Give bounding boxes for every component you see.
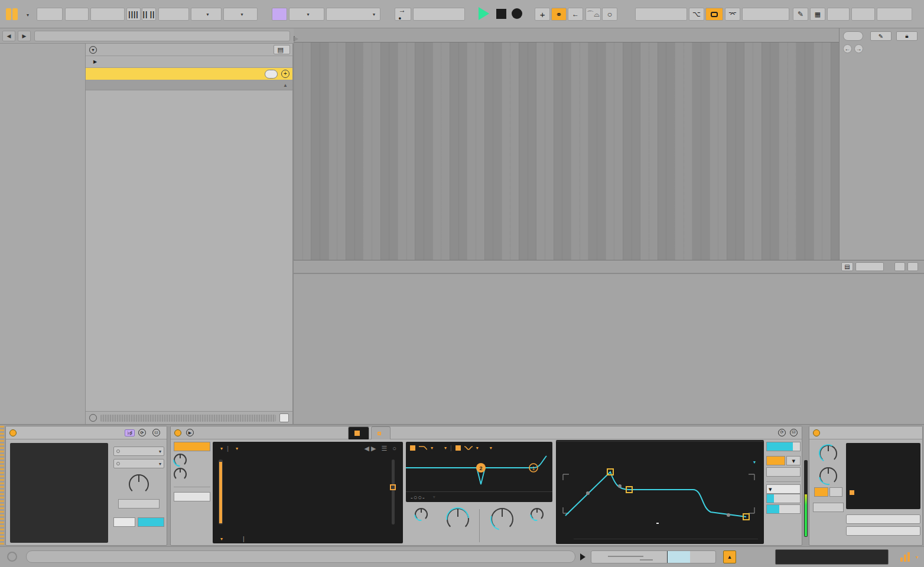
scale-on-toggle[interactable] <box>9 429 17 436</box>
info-icon[interactable] <box>7 552 17 562</box>
wt-position-slider[interactable] <box>392 460 395 524</box>
glide-field[interactable] <box>766 467 801 477</box>
predelay-sync-button[interactable] <box>829 487 842 497</box>
scale-transpose-knob[interactable] <box>129 474 149 494</box>
tab-osc1[interactable] <box>348 426 369 439</box>
ableton-logo-icon[interactable] <box>6 8 20 20</box>
loop-start-field[interactable] <box>635 8 687 21</box>
back-to-arrangement-button[interactable]: ← <box>568 8 583 21</box>
audio-engine-icon[interactable]: ▤ <box>841 262 853 271</box>
chain-play-icon[interactable] <box>580 553 585 561</box>
feedback-field[interactable] <box>813 503 844 512</box>
nudge-down-button[interactable]: |||| <box>126 8 141 21</box>
tap-tempo-button[interactable] <box>65 8 89 21</box>
amp-envelope-display[interactable] <box>558 457 759 520</box>
wt-volume-field[interactable] <box>766 442 801 451</box>
osc-view-icons[interactable]: ◀▶ ☰ ○ <box>364 445 398 452</box>
draw-mode-button[interactable]: ✎ <box>793 8 808 21</box>
name-column-header[interactable]: ▲ <box>86 80 292 90</box>
save-preset-icon[interactable]: ⛁ <box>152 429 160 436</box>
draw-tool-button[interactable]: ✎ <box>870 31 892 41</box>
filter2-res-knob[interactable] <box>531 508 544 521</box>
browser-forward-button[interactable]: ▶ <box>18 31 31 41</box>
arrangement-position-field[interactable] <box>413 8 465 21</box>
filters-collapse-icon[interactable]: ▼ <box>89 46 97 54</box>
sub-gain-knob[interactable] <box>174 454 187 467</box>
arrangement-view[interactable]: ✎ 🔒︎ ← → ▤ <box>294 28 924 273</box>
stop-button[interactable] <box>496 9 506 19</box>
session-record-button[interactable]: ⌒⌓ <box>585 8 601 21</box>
root-note-menu[interactable]: ▾ <box>289 8 324 21</box>
predelay-ms-button[interactable] <box>814 487 828 497</box>
unison-mode-menu[interactable]: ▾ <box>766 484 801 494</box>
lowpass-icon[interactable] <box>418 445 428 451</box>
follow-button[interactable]: → • <box>395 8 411 21</box>
genres-section[interactable]: ▶ <box>86 56 292 68</box>
send-knob[interactable] <box>819 445 837 462</box>
wavetable-on-toggle[interactable] <box>174 429 181 436</box>
loop-button[interactable] <box>705 8 723 21</box>
key-map-button[interactable] <box>827 8 850 21</box>
record-button[interactable] <box>512 8 522 19</box>
hot-swap-icon[interactable]: ⟳ <box>138 429 146 436</box>
lowest-field[interactable] <box>113 517 135 527</box>
output-level-icon[interactable]: ▾ <box>900 552 916 562</box>
range-field[interactable] <box>138 517 164 527</box>
quantize-menu[interactable]: ▾ <box>223 8 258 21</box>
metronome-button[interactable]: ▾ <box>191 8 222 21</box>
filter1-freq-knob[interactable] <box>447 508 469 530</box>
osc-gain-slider[interactable] <box>219 460 223 524</box>
ir-file-menu[interactable] <box>846 526 920 536</box>
next-track-button[interactable]: → <box>854 44 863 53</box>
clear-filters-button[interactable] <box>265 70 278 79</box>
scale-root-menu[interactable]: ▾ <box>113 447 164 456</box>
filter2-freq-knob[interactable] <box>491 508 513 530</box>
overdub-button[interactable]: + <box>535 8 550 21</box>
notch-icon[interactable] <box>464 445 473 451</box>
predelay-knob[interactable] <box>819 467 837 485</box>
device-chain-thumbnails[interactable] <box>775 549 889 565</box>
nudge-up-button[interactable]: || || <box>142 8 156 21</box>
lock-envelopes-button[interactable]: 🔒︎ <box>896 31 918 41</box>
midi-map-button[interactable] <box>851 8 875 21</box>
search-input[interactable] <box>34 31 290 41</box>
ir-category-menu[interactable] <box>846 514 920 524</box>
unison-voices-field[interactable] <box>766 494 801 503</box>
poly-button[interactable] <box>766 456 785 465</box>
clip-area[interactable] <box>294 43 839 260</box>
preview-waveform[interactable] <box>100 415 276 422</box>
add-filter-button[interactable]: + <box>281 70 289 78</box>
fold-button[interactable] <box>118 499 160 509</box>
zoom-level-field[interactable] <box>855 262 884 271</box>
wt-transpose-field[interactable] <box>174 492 210 501</box>
sub-osc-button[interactable] <box>174 442 210 451</box>
wt-global-icons[interactable]: ⟳⛁ <box>767 428 801 436</box>
browser-back-button[interactable]: ◀ <box>2 31 15 41</box>
loop-length-field[interactable] <box>742 8 789 21</box>
width-zoom-button[interactable] <box>907 262 918 271</box>
logo-caret-icon[interactable]: ▾ <box>27 12 29 18</box>
filter-response-curve[interactable]: 2 1 <box>406 454 552 490</box>
time-signature-field[interactable] <box>158 8 189 21</box>
punch-in-button[interactable]: ⌥ <box>689 8 704 21</box>
key-badge-button[interactable] <box>272 8 287 21</box>
link-button[interactable] <box>37 8 63 21</box>
play-button[interactable] <box>479 7 489 20</box>
env-time-tab[interactable] <box>656 516 659 524</box>
loop-brace[interactable] <box>294 36 295 41</box>
height-zoom-button[interactable] <box>894 262 905 271</box>
computer-midi-keyboard-button[interactable]: ▦ <box>810 8 825 21</box>
filter1-res-knob[interactable] <box>415 508 428 521</box>
capture-midi-button[interactable]: ○ <box>602 8 617 21</box>
tempo-field[interactable] <box>90 8 125 21</box>
unison-amount-field[interactable] <box>766 504 801 514</box>
sub-tone-knob[interactable] <box>174 468 187 481</box>
reverb-on-toggle[interactable] <box>813 429 820 436</box>
set-button[interactable] <box>843 31 863 41</box>
scale-grid[interactable] <box>10 443 108 543</box>
raw-button[interactable] <box>279 413 289 422</box>
chain-overview-slider[interactable] <box>591 550 716 563</box>
poly-voices-menu[interactable]: ▾ <box>786 456 801 465</box>
edit-filters-button[interactable]: ▤ <box>274 45 290 54</box>
filter2-toggle[interactable] <box>456 445 461 451</box>
